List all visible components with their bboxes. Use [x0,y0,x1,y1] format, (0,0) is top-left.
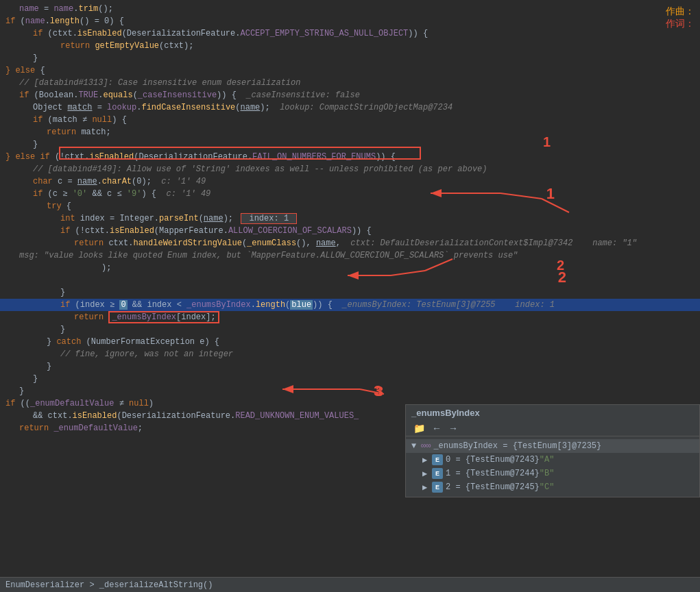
corner-text-2: 作词： [666,18,695,30]
code-line: ); [0,262,700,274]
code-line: name = name.trim(); [0,3,700,15]
code-line: Object match = lookup.findCaseInsensitiv… [0,101,700,114]
code-line: } [0,360,700,373]
tree-root-item[interactable]: ▼ ∞∞ _enumsByIndex = {TestEnum[3]@7235} [406,439,699,453]
corner-annotations: 作曲： 作词： [666,5,695,30]
panel-forward-btn[interactable]: → [446,422,460,434]
number-label-1: 1 [546,185,555,203]
tree-index-0: 0 = {TestEnum@7243} [446,455,540,465]
status-text: EnumDeserializer > _deserializeAltString… [5,580,213,590]
code-line: msg: "value looks like quoted Enum index… [0,249,700,262]
panel-toolbar: 📁 ← → [406,421,699,436]
tree-expand-root[interactable]: ▼ [411,441,421,451]
code-line: } [0,373,700,385]
code-line: } [0,323,700,336]
highlighted-line: if (index ≥ 0 && index < _enumsByIndex.l… [0,299,700,311]
tree-item-0[interactable]: ▶ E 0 = {TestEnum@7243} "A" [406,453,699,467]
tree-label-1: "B" [540,469,555,478]
code-line: } [0,138,700,151]
code-line: char c = name.charAt(0); c: '1' 49 [0,175,700,188]
code-line: } [0,385,700,397]
code-line: if (c ≥ '0' && c ≤ '9') { c: '1' 49 [0,188,700,200]
tree-item-2[interactable]: ▶ E 2 = {TestEnum@7245} "C" [406,480,699,494]
code-line: if (Boolean.TRUE.equals(_caseInsensitive… [0,89,700,101]
annotated-line-3: return _enumsByIndex[index]; [0,311,700,323]
number-label-2: 2 [558,269,566,286]
code-line: if (name.length() = 0) { [0,15,700,27]
annotated-line-2: int index = Integer.parseInt(name); inde… [0,212,700,225]
code-line: // fine, ignore, was not an integer [0,348,700,360]
main-container: name = name.trim(); if (name.length() = … [0,0,700,592]
tree-index-1: 1 = {TestEnum@7244} [446,469,540,478]
code-line [0,274,700,286]
root-value: _enumsByIndex = {TestEnum[3]@7235} [433,441,601,451]
code-line: return getEmptyValue(ctxt); [0,40,700,52]
code-line: // [databind#149]: Allow use of 'String'… [0,163,700,175]
tree-item-1[interactable]: ▶ E 1 = {TestEnum@7244} "B" [406,467,699,480]
tree-label-2: "C" [540,482,555,492]
corner-text-1: 作曲： [666,5,695,18]
code-line: // [databind#1313]: Case insensitive enu… [0,77,700,89]
code-area: name = name.trim(); if (name.length() = … [0,0,700,592]
code-line: try { [0,200,700,212]
enum-icon-1: E [432,468,443,479]
debug-panel: _enumsByIndex 📁 ← → ▼ ∞∞ _enumsByIndex =… [405,404,700,497]
code-line: return ctxt.handleWeirdStringValue(_enum… [0,237,700,249]
tree-index-2: 2 = {TestEnum@7245} [446,482,540,492]
code-line: return match; [0,126,700,138]
panel-title: _enumsByIndex [406,405,699,421]
code-line: } [0,286,700,299]
status-bar: EnumDeserializer > _deserializeAltString… [0,577,700,592]
code-line: if (ctxt.isEnabled(DeserializationFeatur… [0,27,700,40]
code-line: } catch (NumberFormatException e) { [0,336,700,348]
tree-label-0: "A" [540,455,555,465]
panel-folder-btn[interactable]: 📁 [411,422,427,434]
panel-back-btn[interactable]: ← [430,422,444,434]
label-1: 1 [543,134,551,150]
code-line: } [0,52,700,64]
enum-icon-2: E [432,482,443,493]
code-line: if (!ctxt.isEnabled(MapperFeature.ALLOW_… [0,225,700,237]
code-line: } else { [0,64,700,77]
tree-expand-2[interactable]: ▶ [422,482,432,493]
tree-expand-1[interactable]: ▶ [422,469,432,479]
panel-tree: ▼ ∞∞ _enumsByIndex = {TestEnum[3]@7235} … [406,436,699,497]
code-line: if (match ≠ null) { [0,114,700,126]
number-label-3: 3 [374,382,382,400]
enum-icon-0: E [432,454,443,465]
tree-expand-0[interactable]: ▶ [422,455,432,465]
annotated-line-1: } else if (!ctxt.isEnabled(Deserializati… [0,151,700,163]
